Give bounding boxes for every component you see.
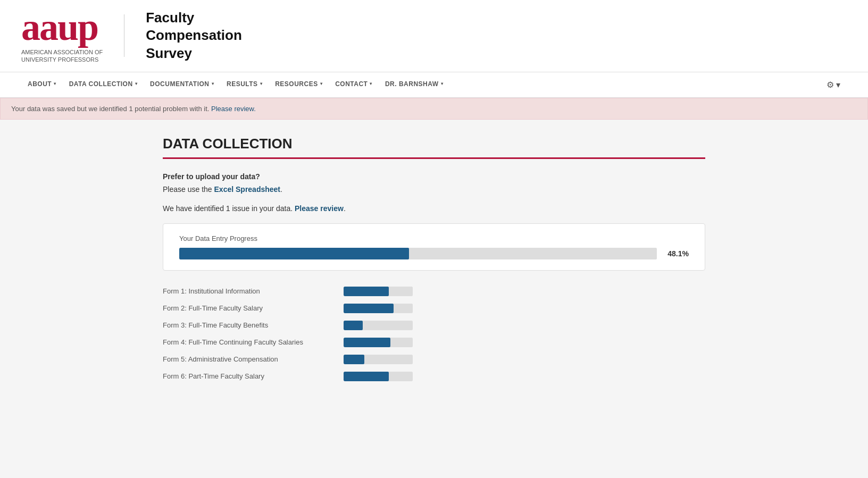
gear-icon: ⚙ (827, 80, 834, 90)
form-item-5: Form 5: Administrative Compensation (163, 355, 705, 364)
nav-results[interactable]: RESULTS ▾ (220, 73, 269, 97)
chevron-down-icon: ▾ (54, 81, 56, 86)
form-2-fill (344, 304, 394, 313)
form-4-name: Form 4: Full-Time Continuing Faculty Sal… (163, 338, 333, 346)
please-review-link2[interactable]: Please review (295, 204, 344, 213)
nav-about[interactable]: ABOUT ▾ (21, 73, 63, 97)
form-3-name: Form 3: Full-Time Faculty Benefits (163, 321, 333, 329)
chevron-down-icon: ▾ (135, 81, 138, 86)
form-5-fill (344, 355, 364, 364)
progress-label: Your Data Entry Progress (179, 234, 689, 242)
settings-gear[interactable]: ⚙ ▾ (820, 72, 847, 97)
form-3-track (344, 321, 413, 330)
spreadsheet-suffix: . (280, 185, 282, 194)
nav-resources[interactable]: RESOURCES ▾ (269, 73, 329, 97)
chevron-down-icon: ▾ (260, 81, 263, 86)
form-2-track (344, 304, 413, 313)
prefer-upload-text: Prefer to upload your data? (163, 172, 705, 181)
progress-percent: 48.1% (665, 249, 689, 258)
form-5-name: Form 5: Administrative Compensation (163, 355, 333, 363)
org-name: AMERICAN ASSOCIATION OFUNIVERSITY PROFES… (21, 48, 103, 64)
aaup-logo: aaup AMERICAN ASSOCIATION OFUNIVERSITY P… (21, 8, 103, 64)
form-6-track (344, 372, 413, 381)
form-item-3: Form 3: Full-Time Faculty Benefits (163, 321, 705, 330)
progress-box: Your Data Entry Progress 48.1% (163, 223, 705, 271)
form-5-track (344, 355, 413, 364)
logo-area: aaup AMERICAN ASSOCIATION OFUNIVERSITY P… (21, 8, 242, 64)
chevron-down-icon: ▾ (370, 81, 372, 86)
aaup-logo-text: aaup AMERICAN ASSOCIATION OFUNIVERSITY P… (21, 8, 103, 64)
nav-data-collection[interactable]: DATA COLLECTION ▾ (63, 73, 144, 97)
alert-review-link[interactable]: Please review. (211, 105, 256, 113)
form-1-name: Form 1: Institutional Information (163, 287, 333, 295)
nav-documentation[interactable]: DOCUMENTATION ▾ (144, 73, 220, 97)
chevron-down-icon: ▾ (441, 81, 444, 86)
nav-contact[interactable]: CONTACT ▾ (329, 73, 379, 97)
header: aaup AMERICAN ASSOCIATION OFUNIVERSITY P… (0, 0, 868, 72)
form-1-fill (344, 287, 389, 296)
issue-prefix: We have identified 1 issue in your data. (163, 204, 293, 213)
form-item-6: Form 6: Part-Time Faculty Salary (163, 372, 705, 381)
spreadsheet-text: Please use the Excel Spreadsheet. (163, 185, 705, 194)
form-2-name: Form 2: Full-Time Faculty Salary (163, 304, 333, 312)
excel-spreadsheet-link[interactable]: Excel Spreadsheet (214, 185, 281, 194)
nav-dr-barnshaw[interactable]: DR. BARNSHAW ▾ (379, 73, 449, 97)
form-3-fill (344, 321, 363, 330)
form-4-track (344, 338, 413, 347)
form-item-4: Form 4: Full-Time Continuing Faculty Sal… (163, 338, 705, 347)
alert-message: Your data was saved but we identified 1 … (11, 105, 209, 113)
progress-track (179, 248, 657, 259)
alert-banner: Your data was saved but we identified 1 … (0, 98, 868, 120)
chevron-down-icon: ▾ (320, 81, 323, 86)
page-title: DATA COLLECTION (163, 136, 705, 159)
nav: ABOUT ▾ DATA COLLECTION ▾ DOCUMENTATION … (0, 72, 868, 98)
form-item-2: Form 2: Full-Time Faculty Salary (163, 304, 705, 313)
form-item-1: Form 1: Institutional Information (163, 287, 705, 296)
form-1-track (344, 287, 413, 296)
form-6-fill (344, 372, 389, 381)
progress-fill (179, 248, 409, 259)
form-list: Form 1: Institutional Information Form 2… (163, 287, 705, 381)
form-4-fill (344, 338, 390, 347)
spreadsheet-prefix: Please use the (163, 185, 214, 194)
survey-title: FacultyCompensationSurvey (146, 9, 242, 63)
form-6-name: Form 6: Part-Time Faculty Salary (163, 372, 333, 380)
progress-bar-row: 48.1% (179, 248, 689, 259)
chevron-down-icon: ▾ (212, 81, 214, 86)
chevron-down-icon: ▾ (836, 80, 840, 90)
logo-divider (124, 14, 124, 57)
main-content: DATA COLLECTION Prefer to upload your da… (141, 120, 727, 397)
issue-text: We have identified 1 issue in your data.… (163, 204, 705, 213)
